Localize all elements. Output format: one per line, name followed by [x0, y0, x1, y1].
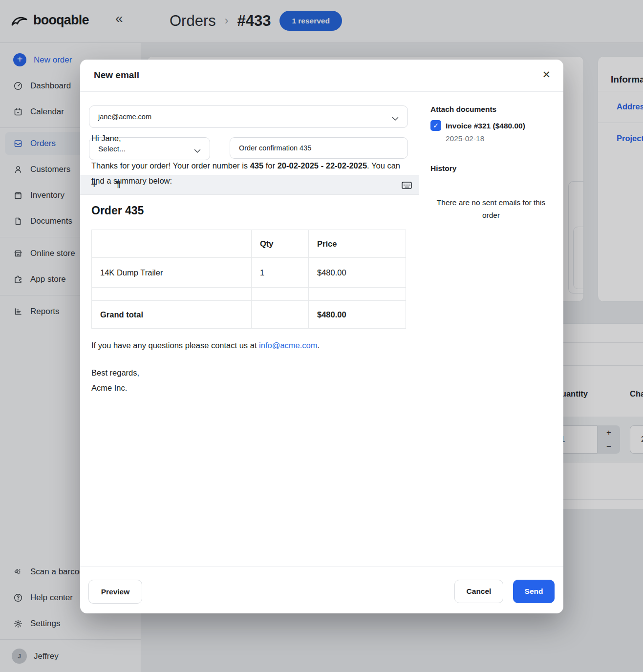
table-row: 14K Dump Trailer 1 $480.00	[92, 258, 406, 288]
spacer-row	[92, 288, 406, 301]
modal-header: New email ✕	[80, 60, 563, 92]
chevron-down-icon	[194, 147, 201, 151]
template-placeholder: Select...	[98, 145, 126, 153]
subject-value: Order confirmation 435	[239, 144, 311, 152]
order-heading: Order 435	[91, 204, 144, 217]
new-email-modal: New email ✕ jane@acme.com Select... Orde…	[80, 60, 563, 613]
contact-text: If you have any questions please contact…	[91, 341, 259, 350]
invoice-checkbox[interactable]: ✓	[430, 120, 441, 131]
email-paragraph: Thanks for your order! Your order number…	[91, 158, 408, 188]
subject-input[interactable]: Order confirmation 435	[230, 137, 408, 159]
invoice-label: Invoice #321 ($480.00)	[446, 122, 525, 130]
email-greeting: Hi Jane,	[91, 134, 121, 143]
total-qty	[252, 301, 309, 329]
total-label: Grand total	[92, 301, 252, 329]
company-name: Acme Inc.	[91, 380, 139, 396]
app-frame: booqable « Orders › #433 1 reserved + Ne…	[0, 0, 643, 672]
name-header	[92, 230, 252, 258]
table-header-row: Qty Price	[92, 230, 406, 258]
close-icon[interactable]: ✕	[542, 69, 551, 81]
item-qty: 1	[252, 258, 309, 288]
send-button[interactable]: Send	[513, 580, 555, 603]
total-row: Grand total $480.00	[92, 301, 406, 329]
contact-text: .	[318, 341, 320, 350]
modal-column-divider	[419, 92, 419, 567]
attach-documents-title: Attach documents	[430, 105, 496, 114]
total-price: $480.00	[309, 301, 406, 329]
order-number-bold: 435	[250, 161, 264, 170]
history-title: History	[430, 164, 456, 173]
modal-title: New email	[94, 70, 139, 81]
item-name: 14K Dump Trailer	[92, 258, 252, 288]
qty-header: Qty	[252, 230, 309, 258]
modal-footer: Preview Cancel Send	[80, 567, 563, 613]
item-price: $480.00	[309, 258, 406, 288]
recipient-select[interactable]: jane@acme.com	[89, 105, 408, 128]
contact-line: If you have any questions please contact…	[91, 341, 320, 350]
history-empty-text: There are no sent emails for this order	[430, 196, 552, 222]
closing-line: Best regards,	[91, 365, 139, 380]
date-range-bold: 20-02-2025 - 22-02-2025	[278, 161, 367, 170]
invoice-date: 2025-02-18	[446, 134, 484, 143]
order-summary-table: Qty Price 14K Dump Trailer 1 $480.00 Gra…	[91, 230, 406, 329]
chevron-down-icon	[392, 115, 399, 119]
email-link[interactable]: info@acme.com	[259, 341, 317, 350]
email-closing: Best regards, Acme Inc.	[91, 365, 139, 396]
price-header: Price	[309, 230, 406, 258]
recipient-value: jane@acme.com	[98, 113, 151, 121]
preview-button[interactable]: Preview	[88, 580, 142, 604]
paragraph-text: Thanks for your order! Your order number…	[91, 161, 250, 170]
cancel-button[interactable]: Cancel	[454, 580, 503, 603]
paragraph-text: for	[263, 161, 277, 170]
